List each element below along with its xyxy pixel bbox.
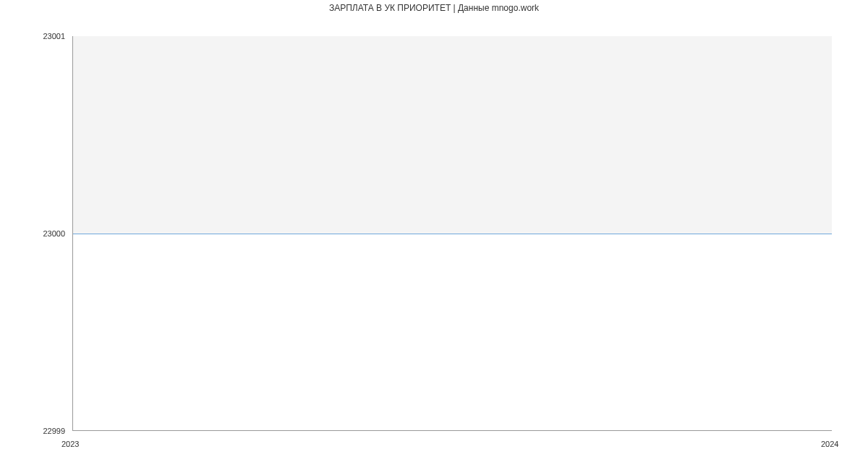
y-tick-min: 22999 — [0, 427, 65, 435]
data-line — [73, 234, 832, 234]
plot-area — [72, 36, 832, 431]
area-fill — [73, 36, 832, 234]
y-tick-max: 23001 — [0, 32, 65, 40]
salary-chart: ЗАРПЛАТА В УК ПРИОРИТЕТ | Данные mnogo.w… — [0, 0, 868, 470]
x-tick-start: 2023 — [61, 440, 79, 448]
x-tick-end: 2024 — [821, 440, 838, 448]
y-tick-mid: 23000 — [0, 229, 65, 238]
chart-title: ЗАРПЛАТА В УК ПРИОРИТЕТ | Данные mnogo.w… — [0, 3, 868, 13]
